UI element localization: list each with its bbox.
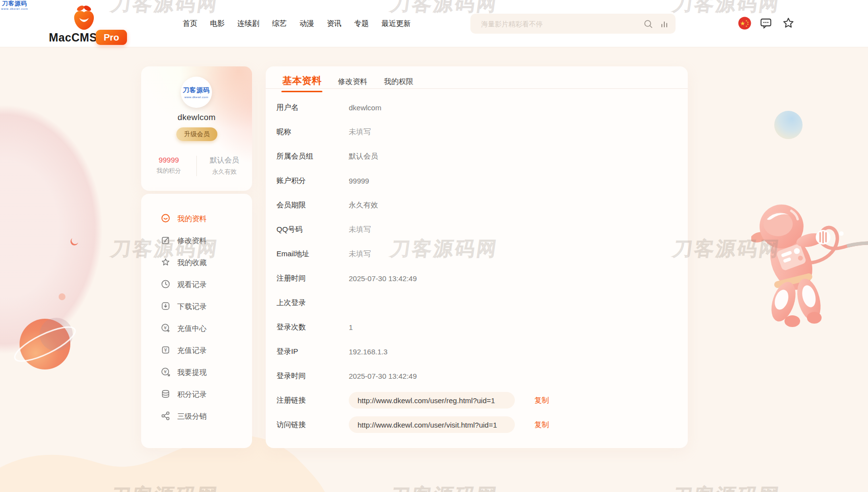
- tab-edit-info[interactable]: 修改资料: [338, 77, 367, 93]
- row-login-count: 登录次数 1: [276, 315, 688, 339]
- row-value: 未填写: [349, 127, 371, 137]
- sidebar-item-recharge-center[interactable]: ¥ 充值中心: [161, 318, 252, 340]
- row-label: 访问链接: [276, 420, 349, 430]
- watermark: 刀客源码网: [389, 482, 500, 492]
- nav-item-anime[interactable]: 动漫: [299, 19, 314, 28]
- upgrade-member-button[interactable]: 升级会员: [176, 127, 217, 141]
- row-value: 192.168.1.3: [349, 348, 387, 356]
- sidebar-item-label: 观看记录: [177, 280, 207, 289]
- sidebar-item-my-profile[interactable]: 我的资料: [161, 208, 252, 230]
- edit-icon: [161, 235, 170, 247]
- tab-basic-info[interactable]: 基本资料: [282, 74, 321, 92]
- svg-text:¥: ¥: [164, 369, 167, 374]
- row-username: 用户名 dkewlcom: [276, 95, 688, 120]
- sidebar-item-label: 积分记录: [177, 390, 207, 399]
- row-label: 账户积分: [276, 176, 349, 185]
- sidebar-item-label: 三级分销: [177, 412, 207, 421]
- clock-icon: [161, 279, 170, 291]
- row-value: 未填写: [349, 249, 371, 259]
- points-icon: [161, 389, 170, 401]
- apple-logo-icon: [70, 4, 98, 31]
- sidebar-item-favorites[interactable]: 我的收藏: [161, 252, 252, 274]
- row-label: 登录IP: [276, 347, 349, 356]
- pink-blob-decor: [0, 105, 103, 354]
- group-value: 默认会员: [197, 156, 252, 165]
- sidebar-item-label: 我的收藏: [177, 258, 207, 267]
- white-dot-decor: [839, 231, 844, 236]
- row-label: 注册链接: [276, 396, 349, 405]
- row-label: Email地址: [276, 249, 349, 259]
- nav-item-recent[interactable]: 最近更新: [381, 19, 411, 28]
- brand-name: MacCMS: [49, 31, 97, 44]
- site-logo[interactable]: 刀客源码 www.dkewl.com: [0, 0, 29, 11]
- pink-dot-decor: [59, 293, 65, 300]
- svg-text:★: ★: [745, 24, 747, 27]
- profile-panel: 基本资料 修改资料 我的权限 用户名 dkewlcom 昵称 未填写 所属会员组…: [266, 66, 688, 448]
- watermark: 刀客源码网: [671, 235, 783, 262]
- astronaut-illustration: [751, 188, 868, 330]
- nav-item-variety[interactable]: 综艺: [272, 19, 287, 28]
- nav-item-news[interactable]: 资讯: [327, 19, 341, 28]
- profile-rows: 用户名 dkewlcom 昵称 未填写 所属会员组 默认会员 账户积分 9999…: [266, 89, 688, 437]
- row-label: QQ号码: [276, 225, 349, 234]
- site-logo-text: 刀客源码: [0, 0, 29, 7]
- row-label: 昵称: [276, 127, 349, 137]
- search-input[interactable]: [470, 14, 643, 34]
- row-value: dkewlcom: [349, 103, 381, 112]
- tab-my-permissions[interactable]: 我的权限: [384, 77, 413, 93]
- row-email: Email地址 未填写: [276, 242, 688, 266]
- row-member-expiry: 会员期限 永久有效: [276, 193, 688, 217]
- row-visit-link: 访问链接 http://www.dkewl.com/user/visit.htm…: [276, 412, 688, 437]
- nav-item-series[interactable]: 连续剧: [237, 19, 259, 28]
- row-register-time: 注册时间 2025-07-30 13:42:49: [276, 266, 688, 290]
- row-label: 上次登录: [276, 298, 349, 308]
- row-value: 默认会员: [349, 152, 378, 161]
- row-login-time: 登录时间 2025-07-30 13:42:49: [276, 364, 688, 388]
- row-value: 永久有效: [349, 201, 378, 210]
- sidebar-item-label: 修改资料: [177, 236, 207, 246]
- favorite-star-icon[interactable]: [782, 16, 795, 30]
- row-label: 用户名: [276, 103, 349, 112]
- row-last-login: 上次登录: [276, 290, 688, 315]
- svg-text:¥: ¥: [164, 347, 167, 352]
- register-link-field[interactable]: http://www.dkewl.com/user/reg.html?uid=1: [349, 392, 515, 409]
- download-icon: [161, 301, 170, 313]
- row-nickname: 昵称 未填写: [276, 120, 688, 144]
- user-card: 刀客源码 www.dkewl.com dkewlcom 升级会员 99999 我…: [141, 66, 252, 191]
- points-label: 我的积分: [141, 167, 196, 175]
- rank-chart-icon[interactable]: [660, 20, 669, 28]
- nav-item-topics[interactable]: 专题: [354, 19, 369, 28]
- sidebar-item-distribution[interactable]: 三级分销: [161, 406, 252, 428]
- search-icon[interactable]: [643, 19, 653, 29]
- user-stats: 99999 我的积分 默认会员 永久有效: [141, 156, 252, 176]
- group-label: 永久有效: [197, 168, 252, 176]
- row-value: 99999: [349, 177, 369, 185]
- blue-planet-decor: [774, 111, 803, 139]
- sidebar-item-watch-history[interactable]: 观看记录: [161, 274, 252, 296]
- header: MacCMS Pro 首页 电影 连续剧 综艺 动漫 资讯 专题 最近更新: [0, 0, 868, 47]
- sidebar-item-recharge-record[interactable]: ¥ 充值记录: [161, 340, 252, 362]
- visit-link-field[interactable]: http://www.dkewl.com/user/visit.html?uid…: [349, 416, 515, 433]
- watermark: 刀客源码网: [671, 482, 783, 492]
- brand-logo[interactable]: MacCMS Pro: [49, 3, 122, 46]
- nav-item-movies[interactable]: 电影: [210, 19, 225, 28]
- sidebar-item-label: 充值记录: [177, 346, 207, 355]
- username: dkewlcom: [141, 113, 252, 123]
- main-nav: 首页 电影 连续剧 综艺 动漫 资讯 专题 最近更新: [183, 0, 411, 47]
- copy-visit-link-button[interactable]: 复制: [534, 420, 549, 430]
- nav-item-home[interactable]: 首页: [183, 19, 197, 28]
- language-flag-icon[interactable]: ★ ★ ★ ★ ★: [738, 16, 751, 30]
- sidebar-item-withdraw[interactable]: ¥ 我要提现: [161, 362, 252, 384]
- sidebar-item-edit-profile[interactable]: 修改资料: [161, 230, 252, 252]
- message-icon[interactable]: [759, 16, 773, 30]
- sidebar-item-points-record[interactable]: 积分记录: [161, 384, 252, 406]
- copy-register-link-button[interactable]: 复制: [534, 396, 549, 405]
- site-logo-subtext: www.dkewl.com: [0, 7, 29, 11]
- row-qq: QQ号码 未填写: [276, 217, 688, 242]
- withdraw-icon: ¥: [161, 367, 170, 379]
- row-label: 登录次数: [276, 323, 349, 332]
- profile-smiley-icon: [161, 213, 170, 225]
- sidebar-item-downloads[interactable]: 下载记录: [161, 296, 252, 318]
- row-value: 2025-07-30 13:42:49: [349, 274, 417, 283]
- share-icon: [161, 411, 170, 423]
